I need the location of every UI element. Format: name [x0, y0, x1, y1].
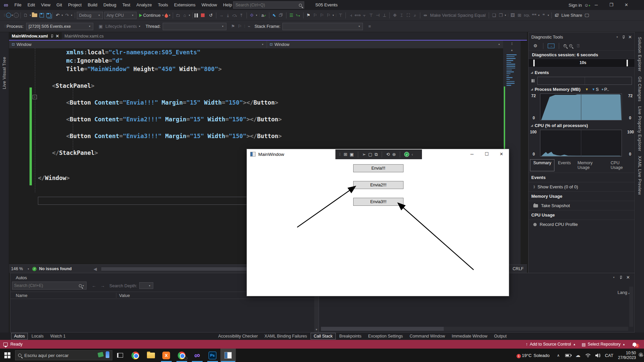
solution-configuration-dropdown[interactable]: Debug▾: [77, 12, 103, 19]
memory-section-header[interactable]: ◢Process Memory (MB) ▼ ▼ S ● P..: [529, 85, 635, 93]
select-element-icon[interactable]: ➢: [362, 152, 366, 157]
solution-platform-dropdown[interactable]: Any CPU▾: [104, 12, 137, 19]
notifications-bell-icon[interactable]: [633, 343, 636, 346]
tab-command-window[interactable]: Command Window: [407, 333, 448, 340]
autos-search-box[interactable]: ▾: [12, 282, 87, 290]
scroll-left-icon[interactable]: ◀: [92, 266, 99, 272]
callstack-vertical-scrollbar[interactable]: [629, 287, 633, 327]
taskbar-active-app[interactable]: [220, 349, 236, 362]
menu-edit[interactable]: Edit: [24, 0, 38, 10]
close-panel-icon[interactable]: ✕: [628, 35, 632, 40]
speaker-icon[interactable]: [595, 353, 600, 358]
horizontal-spacing-icon[interactable]: ⇹: [422, 13, 429, 18]
chevron-down-icon[interactable]: ▾: [616, 36, 618, 39]
callstack-horizontal-scrollbar[interactable]: [321, 327, 628, 331]
xaml-selection-icon[interactable]: ⟐: [249, 13, 255, 18]
menu-file[interactable]: File: [11, 0, 24, 10]
taskbar-chrome[interactable]: [128, 349, 143, 362]
restart-icon[interactable]: ↺: [208, 13, 214, 18]
menu-view[interactable]: View: [38, 0, 53, 10]
code-line-2[interactable]: mc:Ignorable="d": [38, 57, 282, 65]
summary-action-show-events-0-of-0[interactable]: ⟫Show Events (0 of 0): [529, 182, 635, 191]
continue-icon[interactable]: [139, 14, 142, 17]
live-share-icon[interactable]: 🖅: [553, 13, 560, 18]
new-file-icon[interactable]: 🗋: [22, 13, 29, 18]
autos-search-input[interactable]: [14, 283, 79, 288]
tab-output[interactable]: Output: [491, 333, 510, 340]
search-back-icon[interactable]: ←: [91, 283, 97, 288]
code-line-5[interactable]: <StackPanel>: [38, 82, 282, 90]
open-file-icon[interactable]: [32, 13, 37, 17]
clear-bookmarks-icon[interactable]: ⚐: [325, 13, 332, 18]
edit-live-tree-icon[interactable]: ⬉: [271, 13, 278, 18]
show-next-statement-icon[interactable]: →: [218, 13, 225, 18]
tab-watch-1[interactable]: Watch 1: [47, 333, 68, 340]
tab-autos[interactable]: Autos: [11, 333, 28, 340]
code-line-8[interactable]: [38, 107, 282, 115]
thread-dropdown[interactable]: ▾: [163, 23, 226, 30]
taskbar-search-box[interactable]: Escriu aquí per cercar: [15, 350, 112, 360]
diagnostics-tab-events[interactable]: Events: [554, 159, 574, 171]
timeline-ruler[interactable]: 10s: [529, 59, 635, 67]
quick-search-input[interactable]: [235, 3, 299, 7]
app-close-button[interactable]: ✕: [494, 149, 509, 159]
events-section-header[interactable]: ◢Events: [529, 69, 635, 76]
continue-label[interactable]: Continue: [143, 13, 161, 18]
tab-immediate-window[interactable]: Immediate Window: [449, 333, 490, 340]
code-line-7[interactable]: <Button Content="Envia!!!" Margin="15" W…: [38, 99, 282, 107]
align-left-icon[interactable]: ⫞: [347, 13, 354, 18]
collapse-toolbar-icon[interactable]: ‹: [412, 152, 413, 157]
diagnostics-tab-cpu-usage[interactable]: CPU Usage: [607, 159, 635, 171]
step-out-icon[interactable]: ⤒: [238, 13, 245, 18]
quote-marks-icon[interactable]: ❝❝: [531, 13, 538, 18]
tab-git-changes[interactable]: Git Changes: [637, 76, 642, 102]
code-line-6[interactable]: [38, 90, 282, 99]
menu-help[interactable]: Help: [220, 0, 235, 10]
bring-forward-icon[interactable]: ❏: [491, 13, 497, 18]
envia3-button[interactable]: Envia3!!!: [353, 198, 404, 206]
code-line-3[interactable]: Title="MainWindow" Height="450" Width="8…: [38, 65, 282, 73]
menu-debug[interactable]: Debug: [100, 0, 119, 10]
taskbar-photoshop[interactable]: Ps: [205, 349, 220, 362]
code-line-14[interactable]: [38, 157, 282, 166]
break-all-icon[interactable]: [195, 13, 198, 17]
undo-icon[interactable]: ↶: [54, 13, 61, 18]
zoom-in-icon[interactable]: +: [564, 44, 567, 47]
step-over-icon[interactable]: ⤼: [231, 13, 238, 18]
doc-outline-icon[interactable]: 🗇: [278, 13, 284, 18]
eol-indicator[interactable]: CRLF: [513, 266, 524, 271]
summary-action-take-snapshot[interactable]: Take Snapshot: [529, 201, 635, 210]
make-vertical-spacing-label[interactable]: Make Vertical Spacing Equal: [430, 13, 485, 18]
close-tab-icon[interactable]: ✕: [56, 34, 59, 39]
zoom-out-icon[interactable]: −: [569, 44, 572, 47]
language-indicator[interactable]: CAT: [605, 353, 613, 358]
align-top-icon[interactable]: ⊤: [368, 13, 374, 18]
session-start-marker[interactable]: [533, 60, 535, 66]
envia2-button[interactable]: Envia2!!!: [353, 181, 404, 189]
live-share-person-icon[interactable]: 🖵: [584, 13, 590, 18]
tab-solution-explorer[interactable]: Solution Explorer: [637, 37, 642, 72]
pin-icon[interactable]: [619, 276, 622, 279]
flag-outline-icon[interactable]: ⚐: [236, 24, 243, 29]
select-repository-button[interactable]: Select Repository: [588, 342, 621, 347]
code-line-4[interactable]: [38, 73, 282, 82]
quick-search-box[interactable]: [233, 1, 304, 9]
menu-window[interactable]: Window: [199, 0, 220, 10]
tab-xaml-binding-failures[interactable]: XAML Binding Failures: [262, 333, 310, 340]
indent-lines-icon[interactable]: ☰: [288, 13, 295, 18]
start-button[interactable]: [4, 352, 10, 358]
issues-status[interactable]: No issues found: [39, 266, 71, 271]
collapse-region-button[interactable]: −: [33, 95, 37, 99]
code-line-11[interactable]: <Button Content="Envia3!!!" Margin="15" …: [38, 132, 282, 140]
zoom-level[interactable]: 146 %: [11, 266, 23, 271]
previous-bookmark-icon[interactable]: ⚐: [312, 13, 319, 18]
column-value[interactable]: Value: [116, 293, 130, 298]
stop-debugging-icon[interactable]: [201, 13, 205, 17]
align-center-icon[interactable]: ⟺: [354, 13, 361, 18]
send-backward-icon[interactable]: ❐: [497, 13, 504, 18]
app-maximize-button[interactable]: ☐: [479, 149, 494, 159]
display-layout-adorners-icon[interactable]: ▢: [368, 152, 372, 157]
app-minimize-button[interactable]: ─: [465, 149, 479, 159]
menu-git[interactable]: Git: [53, 0, 65, 10]
wifi-icon[interactable]: [585, 353, 591, 357]
